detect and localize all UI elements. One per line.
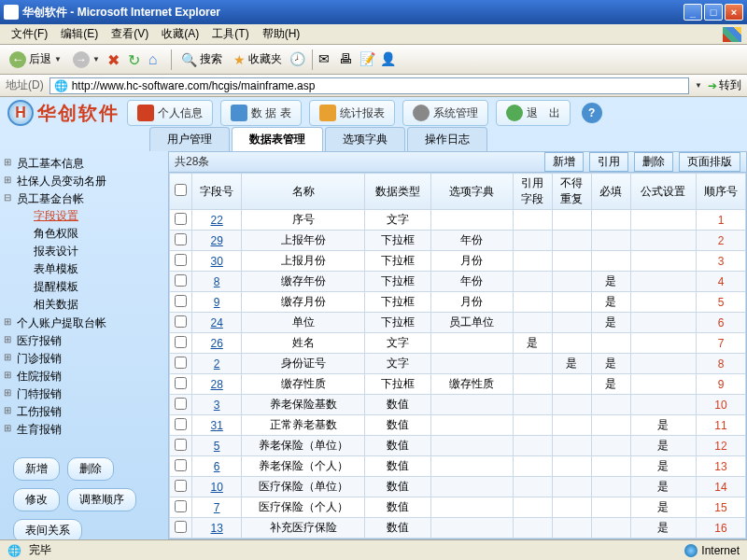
table-row[interactable]: 8缴存年份下拉框年份是4 [170,272,746,292]
data-grid[interactable]: 字段号名称数据类型选项字典引用字段不得重复必填公式设置顺序号 22序号文字129… [169,173,746,539]
field-number-link[interactable]: 6 [192,456,242,477]
home-icon[interactable]: ⌂ [148,51,165,68]
field-number-link[interactable]: 8 [192,272,242,292]
row-checkbox[interactable] [175,315,187,328]
history-icon[interactable]: 🕗 [289,51,306,68]
search-button[interactable]: 🔍搜索 [177,49,226,69]
row-checkbox[interactable] [175,213,187,225]
menu-view[interactable]: 查看(V) [106,24,154,44]
field-number-link[interactable]: 29 [192,231,242,251]
close-button[interactable]: × [725,4,743,21]
row-checkbox[interactable] [175,377,187,389]
row-checkbox[interactable] [175,459,187,471]
field-number-link[interactable]: 5 [192,436,242,456]
table-row[interactable]: 22序号文字1 [170,210,746,231]
tree-node[interactable]: 医疗报销 [4,332,164,350]
url-dropdown-icon[interactable]: ▼ [695,81,702,90]
tree-leaf[interactable]: 报表设计 [21,243,164,260]
tree-leaf[interactable]: 表单模板 [21,260,164,278]
action-ref[interactable]: 引用 [589,152,628,172]
field-number-link[interactable]: 3 [192,395,242,415]
btn-delete[interactable]: 删除 [67,457,114,481]
col-header[interactable]: 公式设置 [630,174,697,210]
row-checkbox[interactable] [175,398,187,410]
table-row[interactable]: 26姓名文字是7 [170,333,746,354]
field-number-link[interactable]: 7 [192,497,242,518]
menu-favorites[interactable]: 收藏(A) [156,24,204,44]
btn-modify[interactable]: 修改 [13,488,60,511]
tree-node[interactable]: 员工基本信息 [4,155,164,173]
col-header[interactable]: 顺序号 [697,174,746,210]
table-row[interactable]: 27大额医疗个人缴纳数值17 [170,539,746,539]
tree-leaf[interactable]: 相关数据 [21,296,164,314]
btn-relation[interactable]: 表间关系 [13,519,82,539]
action-del[interactable]: 删除 [634,152,673,172]
url-field[interactable]: 🌐http://www.hc-software.com/hcgis/mainfr… [49,77,689,94]
table-row[interactable]: 13补充医疗保险数值是16 [170,518,746,539]
field-number-link[interactable]: 24 [192,313,242,333]
btn-order[interactable]: 调整顺序 [67,488,136,511]
col-header[interactable]: 引用字段 [513,174,552,210]
stop-icon[interactable]: ✖ [107,51,124,68]
tab-user-mgmt[interactable]: 用户管理 [149,127,230,151]
row-checkbox[interactable] [175,439,187,451]
field-number-link[interactable]: 31 [192,415,242,436]
row-checkbox[interactable] [175,418,187,430]
menu-help[interactable]: 帮助(H) [257,24,306,44]
field-number-link[interactable]: 9 [192,292,242,313]
field-number-link[interactable]: 2 [192,354,242,374]
tree-node-open[interactable]: 员工基金台帐 字段设置 角色权限 报表设计 表单模板 提醒模板 相关数据 [4,190,164,315]
row-checkbox[interactable] [175,480,187,492]
messenger-icon[interactable]: 👤 [380,51,397,68]
btn-add[interactable]: 新增 [13,457,60,481]
nav-exit[interactable]: 退 出 [496,100,571,126]
table-row[interactable]: 10医疗保险（单位）数值是14 [170,477,746,497]
edit-icon[interactable]: 📝 [359,51,376,68]
row-checkbox[interactable] [175,233,187,245]
forward-button[interactable]: ▼ [69,49,104,70]
nav-report[interactable]: 统计报表 [309,100,395,126]
table-row[interactable]: 6养老保险（个人）数值是13 [170,456,746,477]
table-row[interactable]: 7医疗保险（个人）数值是15 [170,497,746,518]
tree-leaf-selected[interactable]: 字段设置 [21,207,164,225]
print-icon[interactable]: 🖶 [339,51,356,68]
row-checkbox[interactable] [175,500,187,512]
col-header[interactable]: 字段号 [192,174,242,210]
field-number-link[interactable]: 22 [192,210,242,231]
tab-option-dict[interactable]: 选项字典 [325,127,405,151]
field-number-link[interactable]: 28 [192,374,242,395]
refresh-icon[interactable]: ↻ [128,51,145,68]
table-row[interactable]: 3养老保险基数数值10 [170,395,746,415]
row-checkbox[interactable] [175,295,187,307]
table-row[interactable]: 24单位下拉框员工单位是6 [170,313,746,333]
help-button[interactable]: ? [582,103,602,123]
nav-system[interactable]: 系统管理 [402,100,488,126]
col-header[interactable]: 不得重复 [552,174,591,210]
field-number-link[interactable]: 30 [192,251,242,272]
col-header[interactable]: 名称 [242,174,365,210]
favorites-button[interactable]: ★收藏夹 [230,49,286,69]
mail-icon[interactable]: ✉ [318,51,335,68]
col-header[interactable]: 选项字典 [430,174,513,210]
tree-node[interactable]: 门诊报销 [4,350,164,368]
field-number-link[interactable]: 27 [192,539,242,539]
tree-node[interactable]: 工伤报销 [4,403,164,421]
tree-leaf[interactable]: 提醒模板 [21,278,164,296]
table-row[interactable]: 31正常养老基数数值是11 [170,415,746,436]
col-header[interactable] [170,174,192,210]
action-layout[interactable]: 页面排版 [679,152,740,172]
tab-operation-log[interactable]: 操作日志 [407,127,487,151]
field-number-link[interactable]: 10 [192,477,242,497]
minimize-button[interactable]: _ [684,4,702,21]
tree-node[interactable]: 生育报销 [4,421,164,439]
row-checkbox[interactable] [175,357,187,369]
table-row[interactable]: 29上报年份下拉框年份2 [170,231,746,251]
table-row[interactable]: 30上报月份下拉框月份3 [170,251,746,272]
table-row[interactable]: 5养老保险（单位）数值是12 [170,436,746,456]
row-checkbox[interactable] [175,254,187,266]
action-add[interactable]: 新增 [544,152,584,172]
table-row[interactable]: 2身份证号文字是是8 [170,354,746,374]
field-number-link[interactable]: 26 [192,333,242,354]
menu-file[interactable]: 文件(F) [6,24,53,44]
nav-datatable[interactable]: 数 据 表 [220,100,302,126]
